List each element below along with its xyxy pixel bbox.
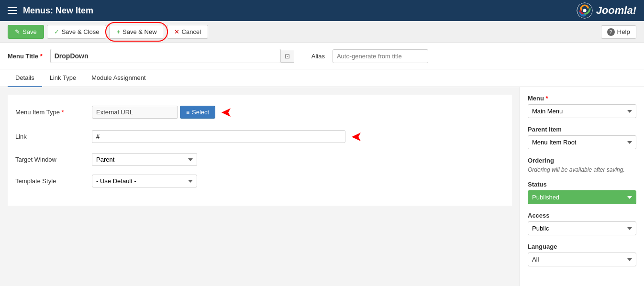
tab-link-type[interactable]: Link Type [42, 69, 84, 87]
toolbar: ✎ Save ✓ Save & Close + Save & New ✕ Can… [0, 21, 644, 43]
joomla-logo-text: Joomla! [596, 4, 636, 17]
save-icon: ✎ [15, 28, 20, 35]
content-wrapper: Menu Item Type * ≡ Select ➤ [0, 87, 644, 286]
list-icon: ≡ [186, 109, 189, 116]
save-close-button[interactable]: ✓ Save & Close [47, 25, 107, 39]
menu-title-label: Menu Title * [8, 53, 43, 60]
menu-required: * [546, 95, 548, 102]
menu-title-field-group: ⊡ [50, 49, 294, 63]
help-label: Help [617, 28, 630, 35]
sidebar-status-label: Status [528, 181, 636, 188]
link-input[interactable] [92, 130, 345, 143]
help-button[interactable]: ? Help [601, 25, 636, 39]
sidebar-ordering-group: Ordering Ordering will be available afte… [528, 157, 636, 173]
header-left: Menus: New Item [8, 6, 93, 16]
alias-input[interactable] [333, 49, 428, 63]
menu-item-type-label: Menu Item Type * [15, 109, 92, 116]
sidebar-menu-select[interactable]: Main Menu [528, 104, 636, 118]
template-style-select[interactable]: - Use Default - [92, 175, 197, 187]
page-container: Menus: New Item Joomla! ✎ Save [0, 0, 644, 286]
save-new-highlight: + Save & New [109, 25, 164, 39]
target-window-select[interactable]: Parent New Window Popup [92, 153, 197, 166]
main-form: Menu Item Type * ≡ Select ➤ [0, 87, 520, 286]
select-button[interactable]: ≡ Select [180, 106, 215, 119]
menu-item-type-control: ≡ Select ➤ [92, 104, 232, 120]
svg-point-1 [583, 9, 586, 12]
sidebar-language-label: Language [528, 243, 636, 250]
tab-details[interactable]: Details [8, 69, 42, 87]
sidebar-language-select[interactable]: All [528, 253, 636, 266]
template-style-label: Template Style [15, 177, 92, 185]
link-label: Link [15, 133, 92, 140]
select-label: Select [192, 109, 209, 116]
link-control: ➤ [92, 129, 362, 144]
sidebar: Menu * Main Menu Parent Item Menu Item R… [520, 87, 644, 286]
save-new-label: Save & New [122, 28, 157, 35]
sidebar-menu-label: Menu * [528, 95, 636, 102]
save-button[interactable]: ✎ Save [8, 25, 44, 39]
template-style-control: - Use Default - [92, 175, 197, 187]
target-window-control: Parent New Window Popup [92, 153, 197, 166]
target-window-label: Target Window [15, 156, 92, 163]
target-window-row: Target Window Parent New Window Popup [15, 153, 504, 166]
sidebar-access-group: Access Public Registered Special [528, 212, 636, 235]
joomla-logo-icon [576, 2, 593, 19]
sidebar-access-label: Access [528, 212, 636, 219]
link-row: Link ➤ [15, 129, 504, 144]
template-style-row: Template Style - Use Default - [15, 175, 504, 187]
help-icon: ? [607, 28, 615, 36]
plus-icon: + [116, 28, 120, 35]
sidebar-menu-group: Menu * Main Menu [528, 95, 636, 118]
save-label: Save [22, 28, 37, 35]
header: Menus: New Item Joomla! [0, 0, 644, 21]
menu-title-copy-icon[interactable]: ⊡ [281, 50, 294, 63]
form-area: Menu Item Type * ≡ Select ➤ [8, 95, 512, 206]
sidebar-access-select[interactable]: Public Registered Special [528, 221, 636, 235]
menu-item-type-row: Menu Item Type * ≡ Select ➤ [15, 104, 504, 120]
joomla-logo: Joomla! [576, 2, 636, 19]
cancel-icon: ✕ [174, 28, 179, 35]
cancel-button[interactable]: ✕ Cancel [167, 25, 208, 39]
sidebar-parent-select[interactable]: Menu Item Root [528, 135, 636, 149]
menu-title-input[interactable] [50, 49, 281, 63]
save-close-label: Save & Close [62, 28, 100, 35]
sidebar-status-group: Status Published Unpublished Trashed [528, 181, 636, 204]
arrow-to-select: ➤ [221, 104, 232, 120]
tab-module-assignment[interactable]: Module Assignment [84, 69, 153, 87]
sidebar-parent-label: Parent Item [528, 126, 636, 133]
check-icon: ✓ [54, 28, 59, 35]
page-title: Menus: New Item [23, 6, 93, 16]
alias-label: Alias [311, 53, 325, 60]
sidebar-status-select[interactable]: Published Unpublished Trashed [528, 190, 636, 204]
hamburger-icon[interactable] [8, 7, 17, 14]
menu-item-type-value [92, 106, 178, 119]
arrow-to-link: ➤ [351, 129, 362, 144]
tabs: Details Link Type Module Assignment [0, 69, 644, 87]
sidebar-parent-group: Parent Item Menu Item Root [528, 126, 636, 149]
type-required: * [62, 109, 64, 116]
save-new-button[interactable]: + Save & New [109, 25, 164, 39]
sidebar-ordering-note: Ordering will be available after saving. [528, 166, 636, 173]
menu-title-required: * [40, 53, 43, 60]
sidebar-ordering-label: Ordering [528, 157, 636, 164]
sidebar-language-group: Language All [528, 243, 636, 266]
cancel-label: Cancel [182, 28, 201, 35]
menu-title-row: Menu Title * ⊡ Alias [0, 43, 644, 69]
